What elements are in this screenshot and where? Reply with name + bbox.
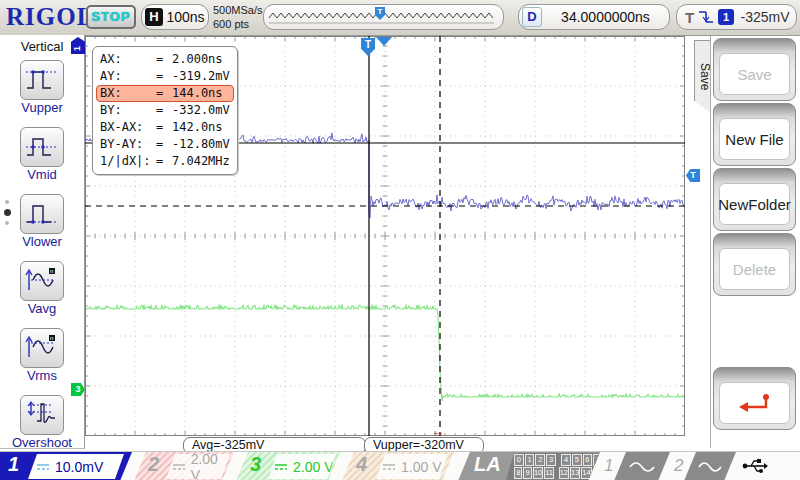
rigol-logo: RIGOL — [6, 3, 94, 31]
channel4-scale: 1.00 V — [376, 454, 448, 479]
trigger-label: T — [685, 9, 694, 26]
la-digit-13: 13 — [570, 467, 580, 479]
dc-coupling-icon — [36, 462, 50, 472]
la-digit-10: 10 — [533, 467, 543, 479]
vmid-button[interactable] — [20, 127, 64, 167]
la-digit-1: 1 — [525, 454, 535, 466]
channel1-scale: 10.0mV — [28, 454, 124, 479]
memory-depth: 600 pts — [213, 17, 263, 31]
cursor-row-ax: AX:=2.000ns — [96, 51, 234, 68]
vupper-button[interactable] — [20, 60, 64, 100]
pulse-low-level-icon — [25, 198, 59, 228]
menu-item-label: Vmid — [0, 168, 84, 182]
la-digit-11: 11 — [544, 467, 554, 479]
menu-frame: Delete — [713, 233, 796, 296]
sine-wave-icon — [698, 461, 722, 473]
channel3-number: 3 — [250, 453, 261, 476]
return-arrow-icon — [738, 392, 772, 414]
la-digit-0: 0 — [514, 454, 524, 466]
logic-analyzer-status[interactable]: LA 0123456789101112131415 — [458, 452, 600, 480]
top-status-bar: RIGOL STOP H 100ns 500MSa/s 600 pts T D … — [0, 0, 800, 36]
menu-item-vrms: n Vrms — [0, 328, 84, 383]
vavg-button[interactable]: n — [20, 261, 64, 301]
channel4-number: 4 — [356, 453, 367, 476]
channel2-status[interactable]: 2 2.00 V — [134, 452, 234, 480]
dc-coupling-icon — [172, 462, 186, 472]
menu-item-vlower: Vlower — [0, 194, 84, 249]
delay-value: 34.0000000ns — [542, 9, 669, 25]
source1-status[interactable] — [614, 452, 670, 480]
la-digit-5: 5 — [572, 454, 582, 466]
vrms-button[interactable]: n — [20, 328, 64, 368]
cursor-row-by-ay: BY-AY:=-12.80mV — [96, 136, 234, 153]
acquisition-info: 500MSa/s 600 pts — [213, 3, 263, 31]
menu-item-vavg: n Vavg — [0, 261, 84, 316]
pulse-top-level-icon — [25, 64, 59, 94]
menu-item-vupper: Vupper — [0, 60, 84, 115]
trigger-delay-box: D 34.0000000ns — [518, 4, 670, 30]
la-digit-14: 14 — [581, 467, 591, 479]
la-digit-4: 4 — [561, 454, 571, 466]
la-digit-7: 7 — [593, 454, 603, 466]
pulse-mid-level-icon — [25, 131, 59, 161]
delay-icon: D — [522, 7, 542, 27]
h-icon: H — [145, 8, 163, 26]
usb-icon — [742, 455, 768, 477]
la-digit-8: 8 — [514, 467, 522, 479]
svg-text:n: n — [50, 335, 53, 341]
right-menu-panel: Save New File NewFolder Delete — [710, 36, 799, 448]
la-digit-12: 12 — [559, 467, 569, 479]
horizontal-timebase-box: H 100ns — [141, 4, 209, 30]
la-digit-9: 9 — [523, 467, 531, 479]
source2-number: 2 — [674, 456, 683, 476]
la-digit-3: 3 — [546, 454, 556, 466]
sample-rate: 500MSa/s — [213, 3, 263, 17]
menu-page-dots — [3, 195, 11, 230]
run-state-button[interactable]: STOP — [86, 5, 136, 29]
timebase-value: 100ns — [163, 9, 208, 25]
channel1-status[interactable]: 1 10.0mV — [0, 452, 132, 480]
channel4-status[interactable]: 4 1.00 V — [342, 452, 454, 480]
bottom-status-bar: 1 10.0mV 2 2.00 V 3 — [0, 451, 800, 480]
vlower-button[interactable] — [20, 194, 64, 234]
dc-coupling-icon — [274, 462, 288, 472]
la-label: LA — [474, 453, 501, 476]
cursor-row-bx-selected[interactable]: BX:=144.0ns — [96, 85, 234, 102]
trigger-level-value: -325mV — [734, 9, 796, 25]
return-button[interactable] — [719, 382, 790, 424]
la-digit-2: 2 — [535, 454, 545, 466]
menu-item-label: Vrms — [0, 369, 84, 383]
source2-status[interactable] — [684, 452, 736, 480]
menu-frame: New File — [713, 103, 796, 166]
new-file-button[interactable]: New File — [719, 118, 790, 160]
trigger-status-box: T 1 -325mV — [676, 4, 797, 30]
overshoot-button[interactable] — [20, 395, 64, 435]
source1-number: 1 — [604, 456, 613, 476]
menu-item-label: Vlower — [0, 235, 84, 249]
status-icons — [742, 455, 800, 480]
trigger-level-marker[interactable]: T — [686, 169, 700, 182]
trigger-position-triangle-icon — [376, 37, 392, 46]
channel3-scale: 2.00 V — [268, 454, 336, 479]
menu-frame — [713, 367, 796, 430]
channel3-status[interactable]: 3 2.00 V — [236, 452, 340, 480]
dc-coupling-icon — [382, 462, 396, 472]
cursor-measurement-panel: AX:=2.000ns AY:=-319.2mV BX:=144.0ns BY:… — [92, 46, 238, 175]
scope-display: 1 T T 3 ↔ AX:=2.000ns AY:=-319.2mV BX:=1… — [85, 36, 685, 436]
menu-item-label: Vupper — [0, 101, 84, 115]
sine-average-icon: n — [25, 265, 59, 295]
menu-item-vmid: Vmid — [0, 127, 84, 182]
cursor-row-ay: AY:=-319.2mV — [96, 68, 234, 85]
menu-item-overshoot: Overshoot — [0, 395, 84, 450]
la-digit-6: 6 — [583, 454, 593, 466]
delete-button[interactable]: Delete — [719, 248, 790, 290]
new-folder-button[interactable]: NewFolder — [719, 183, 790, 225]
oscilloscope-ui: RIGOL STOP H 100ns 500MSa/s 600 pts T D … — [0, 0, 800, 480]
menu-frame: NewFolder — [713, 168, 796, 231]
channel1-number: 1 — [8, 453, 19, 476]
svg-text:n: n — [50, 268, 53, 274]
menu-item-label: Vavg — [0, 302, 84, 316]
trigger-source-badge: 1 — [718, 9, 734, 25]
save-button[interactable]: Save — [719, 53, 790, 95]
falling-edge-icon — [698, 9, 714, 25]
